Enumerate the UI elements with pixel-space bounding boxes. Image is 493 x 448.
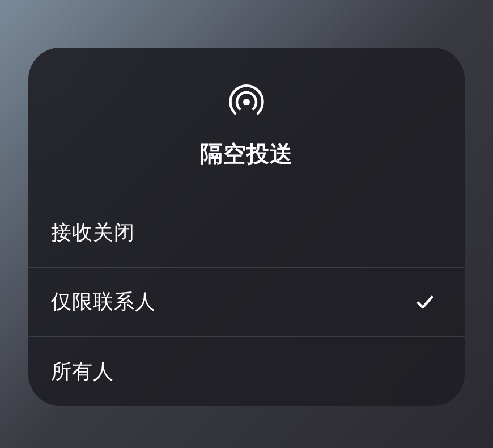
options-list: 接收关闭 仅限联系人 所有人 bbox=[28, 198, 465, 406]
airdrop-panel: 隔空投送 接收关闭 仅限联系人 所有人 bbox=[28, 48, 465, 406]
check-icon bbox=[415, 292, 435, 312]
option-receiving-off[interactable]: 接收关闭 bbox=[28, 198, 465, 268]
panel-title: 隔空投送 bbox=[200, 138, 293, 170]
airdrop-icon bbox=[226, 82, 267, 122]
option-everyone[interactable]: 所有人 bbox=[28, 337, 465, 406]
option-label: 接收关闭 bbox=[51, 219, 135, 247]
option-contacts-only[interactable]: 仅限联系人 bbox=[28, 268, 465, 337]
option-label: 仅限联系人 bbox=[51, 288, 156, 316]
svg-point-0 bbox=[243, 99, 250, 105]
panel-header: 隔空投送 bbox=[28, 48, 465, 198]
option-label: 所有人 bbox=[51, 358, 114, 386]
